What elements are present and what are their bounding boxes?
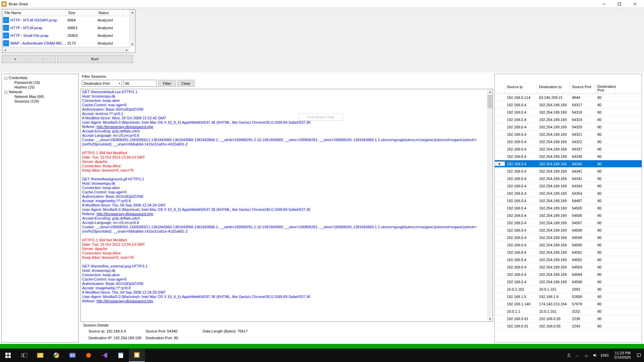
filter-value-input[interactable] [123, 80, 157, 87]
volume-icon[interactable] [592, 352, 598, 358]
maximize-button[interactable] [612, 0, 627, 8]
svg-rect-10 [21, 354, 23, 357]
file-table-hscroll[interactable]: ◂ ▸ [2, 47, 129, 53]
tree-passwords[interactable]: Passwords (16) [3, 80, 77, 85]
file-table-vscroll[interactable]: ▴ ▾ [129, 10, 135, 47]
app-icon-orange[interactable] [80, 349, 97, 362]
session-row[interactable]: 192.168.0.4192.254.189.1695433780 [495, 145, 642, 153]
collapse-icon[interactable]: − [4, 77, 7, 80]
session-row[interactable]: 192.168.0.4192.254.189.1695432280 [495, 138, 642, 145]
scroll-up-icon[interactable]: ▴ [130, 10, 135, 15]
file-explorer-icon[interactable] [32, 349, 48, 362]
session-row[interactable]: 192.168.0.4192.254.189.1695435480 [495, 190, 642, 197]
session-row[interactable]: 192.168.0.4192.254.189.1695431780 [495, 101, 642, 109]
sessions-table: Source Ip Destination Ip Source Port Des… [494, 74, 642, 343]
language-indicator[interactable]: ENG [601, 352, 609, 358]
notifications-icon[interactable] [636, 352, 642, 358]
session-details-label: Session Details [80, 322, 493, 328]
add-file-button[interactable]: + [2, 55, 28, 63]
task-view-button[interactable] [16, 349, 32, 362]
scroll-down-icon[interactable]: ▾ [487, 316, 492, 321]
session-row[interactable]: 192.168.0.4192.254.189.1695450980 [495, 234, 642, 241]
discord-icon[interactable] [64, 349, 80, 362]
session-row[interactable]: 192.168.0.11463.245.209.21484480 [495, 94, 642, 101]
collapse-icon[interactable]: − [4, 91, 7, 94]
session-row[interactable]: 192.168.0.4192.254.189.1695458080 [495, 241, 642, 249]
http-vscroll[interactable]: ▴ ▾ [487, 89, 493, 321]
session-row[interactable]: 192.168.0.4192.254.189.1695434380 [495, 182, 642, 190]
clear-button[interactable]: Clear [177, 80, 195, 87]
session-row[interactable]: 192.168.1.140174.143.213.1845767880 [495, 300, 642, 308]
session-row[interactable]: 192.168.0.4192.254.189.1695458380 [495, 263, 642, 271]
session-row[interactable]: 192.168.0.4192.254.189.1695431880 [495, 109, 642, 116]
start-button[interactable] [0, 349, 16, 362]
people-icon[interactable] [566, 352, 572, 358]
col-dest-ip[interactable]: Destination Ip [537, 83, 570, 94]
session-row[interactable]: 192.168.0.91192.168.0.55224380 [495, 322, 642, 330]
filter-field-combo[interactable]: Destination Port [82, 80, 122, 87]
session-row[interactable]: 192.168.0.4192.254.189.1695450880 [495, 227, 642, 234]
network-icon[interactable] [583, 352, 589, 358]
tree-network[interactable]: −Network [3, 89, 77, 94]
col-size[interactable]: Size [66, 10, 96, 16]
filter-label: Filter Sessions [80, 74, 493, 79]
session-row[interactable]: 192.168.0.4192.254.189.1695434180 [495, 168, 642, 175]
scroll-thumb[interactable] [487, 95, 492, 108]
session-row[interactable]: ▸192.168.0.4192.254.189.1695434080 [495, 160, 642, 168]
tree-network-map[interactable]: Network Map (68) [3, 94, 77, 99]
file-row[interactable]: ~HTTP - NTLM GSSAPI.pcap6864Analyzed [2, 16, 135, 24]
session-row[interactable]: 192.168.0.4192.254.189.1695450780 [495, 219, 642, 227]
file-status: Analyzed [96, 34, 123, 38]
session-row[interactable]: 192.168.0.4192.254.189.1695448780 [495, 197, 642, 204]
session-row[interactable]: 192.168.0.4192.254.189.1695458280 [495, 256, 642, 263]
pcap-icon: ~ [3, 40, 9, 46]
tray-chevron-icon[interactable]: ︿ [575, 352, 581, 358]
http-content[interactable]: GET /theme/default.css HTTP/1.1Host: bro… [80, 89, 493, 322]
session-row[interactable]: 192.168.0.4192.254.189.1695450680 [495, 212, 642, 219]
session-row[interactable]: 192.168.0.4192.254.189.1695432080 [495, 123, 642, 131]
scroll-left-icon[interactable]: ◂ [2, 48, 7, 53]
session-row[interactable]: 192.168.0.4192.254.189.1695433880 [495, 153, 642, 160]
brute-shark-taskbar-icon[interactable] [129, 349, 145, 362]
session-row[interactable]: 192.168.0.91192.168.0.55223980 [495, 315, 642, 322]
visual-studio-icon[interactable] [97, 349, 113, 362]
scroll-down-icon[interactable]: ▾ [130, 42, 135, 47]
scroll-right-icon[interactable]: ▸ [124, 48, 129, 53]
scroll-up-icon[interactable]: ▴ [487, 89, 492, 94]
file-row[interactable]: ~IMAP - Authenticate CRAM-MD5...5173Anal… [2, 39, 135, 47]
run-button[interactable]: Run! [57, 55, 133, 63]
tree-sessions[interactable]: Sessions (129) [3, 99, 77, 104]
chrome-icon[interactable] [48, 349, 64, 362]
col-file-name[interactable]: File Name [2, 10, 66, 16]
notepad-icon[interactable] [113, 349, 129, 362]
svg-rect-8 [5, 356, 8, 358]
file-name: HTTP - Small File.pcap [10, 34, 66, 38]
session-row[interactable]: 192.168.0.4192.254.189.1695431980 [495, 116, 642, 123]
detail-source-port: Source Port: 54340 [146, 329, 203, 333]
session-row[interactable]: 10.0.2.10210.0.1.101109380 [495, 286, 642, 293]
file-row[interactable]: ~HTTP - Small File.pcap25803Analyzed [2, 32, 135, 39]
session-row[interactable]: 192.168.0.4192.254.189.1695450580 [495, 204, 642, 212]
session-row[interactable]: 192.168.0.4192.254.189.1695458180 [495, 249, 642, 256]
tree-hashes[interactable]: Hashes (15) [3, 85, 77, 89]
filter-button[interactable]: Filter [158, 80, 176, 87]
remove-file-button[interactable]: - [30, 55, 56, 63]
session-row[interactable]: 192.168.0.4192.254.189.1695432180 [495, 131, 642, 138]
session-row[interactable]: 192.168.0.4192.254.189.1695459680 [495, 278, 642, 286]
file-row[interactable]: ~HTTP - NTLM.pcap49851Analyzed [2, 24, 135, 32]
close-button[interactable] [627, 0, 643, 8]
session-row[interactable]: 192.168.0.4192.254.189.1695458480 [495, 271, 642, 278]
session-row[interactable]: 192.168.1.5192.168.1.85260680 [495, 293, 642, 300]
session-row[interactable]: 10.0.1.110.0.1.101315280 [495, 308, 642, 315]
col-source-ip[interactable]: Source Ip [505, 83, 537, 94]
col-source-port[interactable]: Source Port [570, 83, 595, 94]
tree-pane: −Credentials Passwords (16) Hashes (15) … [1, 74, 78, 343]
taskbar-clock[interactable]: 11:23 PM 2/14/2020 [611, 351, 633, 360]
minimize-button[interactable] [596, 0, 612, 8]
detail-dest-ip: Destination IP: 192.254.189.169 [89, 336, 146, 340]
session-row[interactable]: 192.168.0.4192.254.189.1695434280 [495, 175, 642, 182]
file-status: Analyzed [96, 18, 123, 22]
tree-credentials[interactable]: −Credentials [3, 75, 77, 80]
col-status[interactable]: Status [96, 10, 123, 16]
col-dest-port[interactable]: Destination Port [595, 83, 615, 94]
